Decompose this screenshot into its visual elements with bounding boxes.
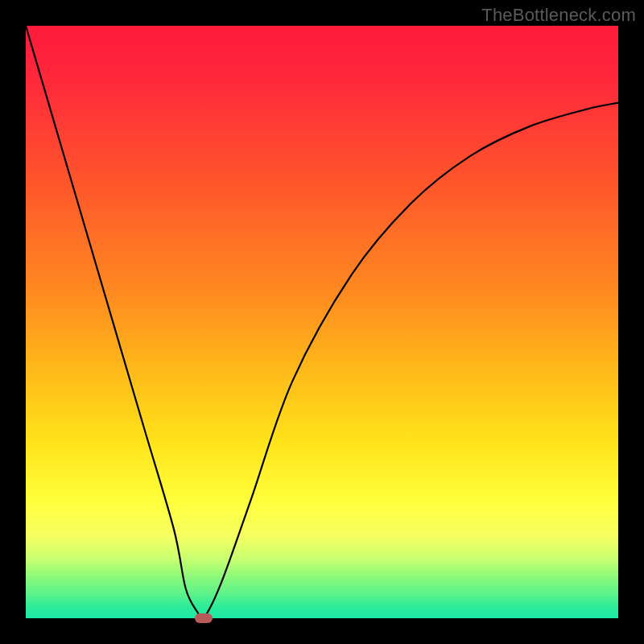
- plot-area: [26, 26, 618, 618]
- curve-svg: [26, 26, 618, 618]
- bottleneck-curve: [26, 26, 618, 618]
- chart-frame: TheBottleneck.com: [0, 0, 644, 644]
- watermark-text: TheBottleneck.com: [481, 5, 636, 26]
- optimum-marker: [195, 613, 213, 623]
